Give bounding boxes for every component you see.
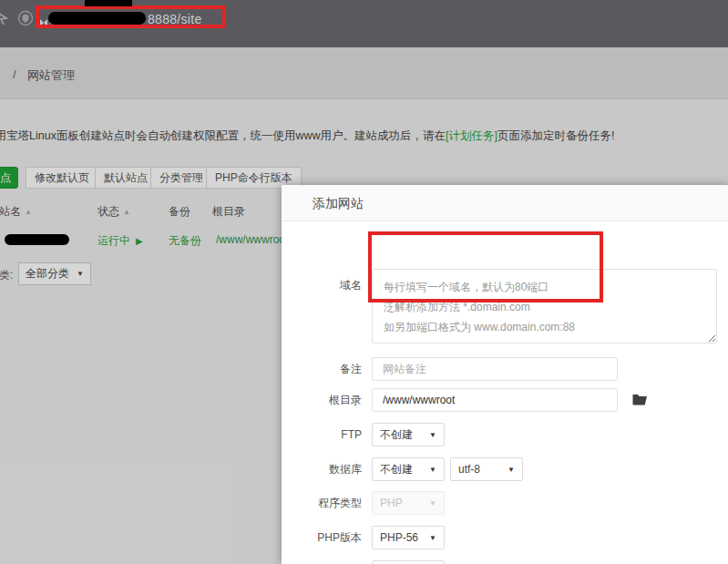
database-label: 数据库 [282,457,362,481]
php-version-select[interactable]: PHP-56 ▼ [372,526,445,549]
site-category-select[interactable]: 默认分类 ▼ [372,560,445,564]
root-dir-label: 根目录 [282,388,362,412]
shield-icon[interactable] [17,10,34,30]
php-version-value: PHP-56 [380,531,418,544]
ftp-select-value: 不创建 [380,427,413,443]
program-type-label: 程序类型 [282,491,362,515]
cursor-arrow-icon [0,10,8,30]
caret-down-icon: ▼ [508,466,515,474]
site-category-label: 网站分类 [282,560,362,564]
note-input[interactable] [372,357,618,381]
database-controls: 不创建 ▼ utf-8 ▼ [372,457,523,481]
charset-select[interactable]: utf-8 ▼ [450,457,523,481]
dialog-title: 添加网站 [282,185,728,221]
ftp-label: FTP [282,423,362,446]
url-censor-bar [48,12,146,25]
caret-down-icon: ▼ [429,534,436,542]
folder-icon[interactable] [632,393,648,409]
domain-label: 域名 [282,273,362,297]
php-version-label: PHP版本 [282,526,362,549]
note-label: 备注 [282,357,362,381]
program-type-select: PHP ▼ [372,491,445,515]
caret-down-icon: ▼ [429,499,436,508]
ftp-select[interactable]: 不创建 ▼ [372,423,445,446]
database-select-value: 不创建 [380,462,413,477]
annotation-box-domain-placeholder [368,231,603,303]
screen: http:// 8888/site / 网站管理 使用宝塔Linux面板创建站点… [0,0,728,564]
tab-censor-bar [85,0,132,6]
root-dir-input[interactable] [372,388,618,412]
caret-down-icon: ▼ [429,466,436,474]
caret-down-icon: ▼ [429,431,436,439]
database-select[interactable]: 不创建 ▼ [372,457,445,481]
program-type-value: PHP [380,497,403,509]
charset-select-value: utf-8 [458,463,480,476]
